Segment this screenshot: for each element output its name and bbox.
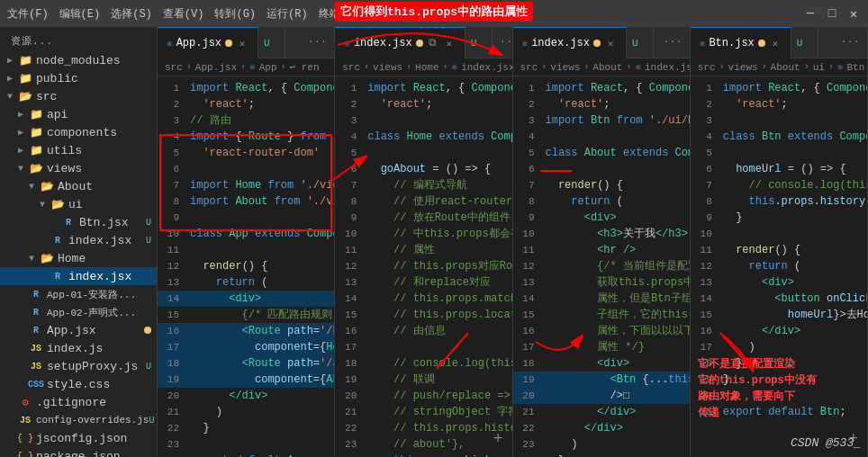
json-icon: { } (18, 431, 32, 445)
close-button[interactable]: ✕ (846, 6, 861, 21)
panel1-code: 1import React, { Component } from 2 'rea… (158, 76, 334, 457)
git-icon: ⚙ (18, 395, 32, 409)
panel3-tabs: ⚛ index.jsx ✕ U ··· (513, 27, 690, 58)
tab-modified-dot (758, 40, 765, 47)
sidebar-item-appjsx[interactable]: ▶ R App.jsx (0, 321, 157, 339)
sidebar-item-home[interactable]: ▼ 📂 Home (0, 249, 157, 267)
tab-close-icon[interactable]: ✕ (236, 37, 249, 49)
jsx-icon: R (29, 323, 43, 337)
title-bar: 文件(F) 编辑(E) 选择(S) 查看(V) 转到(G) 运行(R) 终端(T… (0, 0, 868, 27)
sidebar-item-about-index[interactable]: ▶ R index.jsx U (0, 231, 157, 249)
jsx-icon: R (29, 305, 43, 319)
menu-select[interactable]: 选择(S) (111, 6, 152, 22)
tab-modified-dot (416, 40, 423, 47)
panel4-annotation: 它不是直接配置渲染 它的this.props中没有 路由对象，需要向下 传递 (698, 356, 817, 421)
sidebar-item-btn[interactable]: ▶ R Btn.jsx U (0, 213, 157, 231)
split-icon[interactable]: ⧉ (427, 37, 439, 49)
sidebar-item-ui[interactable]: ▼ 📂 ui (0, 195, 157, 213)
panel2-tabs: ⚛ index.jsx ⧉ ✕ U ··· (335, 27, 511, 58)
panel2-breadcrumb: src › views › Home › ⚛ index.jsx (335, 58, 511, 76)
tab-close-icon[interactable]: ✕ (443, 37, 456, 49)
tab-u-badge-3: U (627, 27, 654, 58)
maximize-button[interactable]: □ (825, 6, 839, 21)
tab-close-icon[interactable]: ✕ (769, 37, 782, 49)
tab-modified-dot (593, 40, 601, 47)
editor-panel-1: ⚛ App.jsx ✕ U ··· src › App.jsx › ⚛ App … (158, 27, 335, 457)
folder-icon: 📁 (18, 53, 32, 67)
sidebar-item-setupproxy[interactable]: ▶ JS setupProxy.js U (0, 357, 157, 375)
sidebar-item-node_modules[interactable]: ▶ 📁 node_modules (0, 51, 157, 69)
js-icon: JS (29, 359, 43, 373)
folder-icon: 📁 (29, 143, 43, 157)
panel4-tabs: ⚛ Btn.jsx ✕ U ··· (691, 27, 867, 58)
react-icon: ⚛ (700, 38, 706, 49)
panel2-more[interactable]: ··· (493, 27, 513, 58)
tab-u-badge-1: U (258, 27, 285, 58)
panel1-breadcrumb: src › App.jsx › ⚛ App › ↩ ren (158, 58, 334, 76)
sidebar-item-gitignore[interactable]: ▶ ⚙ .gitignore (0, 393, 157, 411)
tab-close-icon[interactable]: ✕ (604, 37, 617, 49)
sidebar-item-stylecss[interactable]: ▶ CSS style.css (0, 375, 157, 393)
sidebar-item-src[interactable]: ▼ 📂 src (0, 87, 157, 105)
panel1-more[interactable]: ··· (301, 27, 335, 58)
editor-panel-2: ⚛ index.jsx ⧉ ✕ U ··· src › views › Home… (335, 27, 512, 457)
sidebar-item-api[interactable]: ▶ 📁 api (0, 105, 157, 123)
menu-run[interactable]: 运行(R) (267, 6, 308, 22)
react-icon: ⚛ (522, 38, 529, 49)
tab-u-badge-2: U (466, 27, 493, 58)
menu-goto[interactable]: 转到(G) (214, 6, 256, 22)
sidebar-item-about[interactable]: ▼ 📂 About (0, 177, 157, 195)
panel3-breadcrumb: src › views › About › ⚛ index.jsx (513, 58, 690, 76)
panel1-tabs: ⚛ App.jsx ✕ U ··· (158, 27, 334, 58)
panel4-breadcrumb: src › views › About › ui › ⚛ Btn.j (691, 58, 867, 76)
js-icon: JS (29, 341, 43, 355)
panel3-more[interactable]: ··· (656, 27, 690, 58)
tab-btnjsx[interactable]: ⚛ Btn.jsx ✕ (691, 27, 791, 58)
react-icon: ⚛ (167, 38, 173, 49)
editor-panel-4: ⚛ Btn.jsx ✕ U ··· src › views › About › … (691, 27, 868, 457)
sidebar: 资源... ▶ 📁 node_modules ▶ 📁 public ▼ 📂 sr… (0, 27, 158, 457)
csdn-watermark: CSDN @533_ (791, 436, 861, 450)
window-controls[interactable]: ─ □ ✕ (803, 6, 861, 21)
folder-icon: 📁 (29, 125, 43, 139)
folder-open-icon: 📂 (50, 197, 65, 211)
jsx-icon: R (29, 287, 43, 301)
sidebar-header: 资源... (0, 27, 157, 51)
json-icon: { } (18, 449, 32, 457)
folder-open-icon: 📂 (40, 179, 54, 193)
tab-modified-dot (225, 40, 232, 47)
sidebar-item-utils[interactable]: ▶ 📁 utils (0, 141, 157, 159)
tab-appjsx[interactable]: ⚛ App.jsx ✕ (158, 27, 258, 58)
folder-open-icon: 📂 (40, 251, 54, 265)
sidebar-item-packagejson[interactable]: ▶ { } package.json (0, 447, 157, 457)
panel4-more[interactable]: ··· (833, 27, 867, 58)
panel2-code: 1import React, { Component } from 2 'rea… (335, 76, 511, 457)
sidebar-item-public[interactable]: ▶ 📁 public (0, 69, 157, 87)
sidebar-item-indexjs[interactable]: ▶ JS index.js (0, 339, 157, 357)
sidebar-item-components[interactable]: ▶ 📁 components (0, 123, 157, 141)
jsx-icon: R (61, 215, 76, 229)
menu-edit[interactable]: 编辑(E) (59, 6, 101, 22)
sidebar-item-home-index[interactable]: ▶ R index.jsx (0, 267, 157, 285)
editor-panel-3: ⚛ index.jsx ✕ U ··· src › views › About … (513, 27, 691, 457)
editors-row: ⚛ App.jsx ✕ U ··· src › App.jsx › ⚛ App … (158, 27, 868, 457)
sidebar-item-views[interactable]: ▼ 📂 views (0, 159, 157, 177)
tab-home-index[interactable]: ⚛ index.jsx ⧉ ✕ (335, 27, 465, 58)
title-annotation: 它们得到this.props中的路由属性 (335, 2, 533, 22)
folder-icon: 📁 (29, 107, 43, 121)
jsx-icon: R (50, 233, 65, 247)
sidebar-item-app02[interactable]: ▶ R App-02-声明式... (0, 303, 157, 321)
folder-icon: 📁 (18, 71, 32, 85)
tab-about-index[interactable]: ⚛ index.jsx ✕ (513, 27, 627, 58)
sidebar-item-app01[interactable]: ▶ R App-01-安装路... (0, 285, 157, 303)
sidebar-item-configoverrides[interactable]: ▶ JS config-overrides.js U (0, 411, 157, 429)
menu-view[interactable]: 查看(V) (163, 6, 204, 22)
react-icon: ⚛ (344, 38, 350, 49)
menu-file[interactable]: 文件(F) (7, 6, 49, 22)
panel2-add-button[interactable]: + (493, 430, 503, 448)
sidebar-item-jsconfig[interactable]: ▶ { } jsconfig.json (0, 429, 157, 447)
minimize-button[interactable]: ─ (803, 6, 818, 21)
folder-open-icon: 📂 (18, 89, 32, 103)
jsx-icon: R (50, 269, 65, 283)
editor-area: ⚛ App.jsx ✕ U ··· src › App.jsx › ⚛ App … (158, 27, 868, 457)
